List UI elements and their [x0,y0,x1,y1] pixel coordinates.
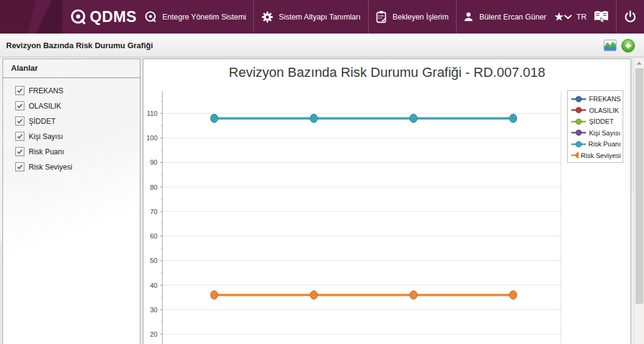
y-tick-label: 30 [150,306,157,314]
back-button[interactable] [621,38,635,53]
legend-label: Kişi Sayısı [589,129,620,137]
sidebar-title: Alanlar [3,59,140,78]
gear-icon [261,11,273,23]
legend-marker-icon [571,106,587,114]
y-tick-label: 60 [150,232,157,240]
sidebar-item-label[interactable]: Kişi Sayısı [29,132,63,141]
help-library-button[interactable] [587,0,616,34]
scrollbar-up-arrow-icon[interactable] [637,62,642,65]
nav-item-bekleyen-islerim[interactable]: Bekleyen İşlerim [368,0,456,34]
checkbox[interactable] [15,101,24,110]
legend-label: ŞİDDET [589,118,613,125]
chevron-down-icon [564,15,572,20]
favorites-button[interactable]: ★ [554,0,564,34]
top-navbar: QDMS Entegre Yönetim Sistemi [0,0,644,34]
page-title: Revizyon Bazında Risk Durumu Grafiği [0,41,153,50]
nav-item-label: Entegre Yönetim Sistemi [162,13,246,21]
sidebar-item: Kişi Sayısı [15,132,140,141]
check-icon [16,118,23,124]
y-tick-label: 40 [150,282,157,289]
sidebar-checkbox-list: FREKANSOLASILIKŞİDDETKişi SayısıRisk Pua… [3,78,140,171]
qdms-app: QDMS Entegre Yönetim Sistemi [0,0,644,344]
y-tick-label: 20 [150,331,157,338]
y-tick-label: 100 [147,134,157,142]
legend-marker-icon [571,140,586,148]
qdms-logo-text: QDMS [90,8,137,26]
legend-label: Risk Puanı [588,140,621,148]
data-point-marker [410,114,417,123]
user-menu[interactable]: Bülent Ercan Güner [456,0,554,34]
check-icon [16,133,23,140]
logout-button[interactable] [617,0,644,34]
chart-title: Revizyon Bazında Risk Durumu Grafiği - R… [143,65,631,81]
legend-item[interactable]: OLASILIK [571,105,621,116]
legend-item[interactable]: Risk Puanı [571,138,621,150]
user-name-label: Bülent Ercan Güner [479,13,546,21]
y-tick-label: 70 [150,208,157,215]
open-book-icon [593,10,610,24]
navbar-right-cluster [587,0,644,34]
check-icon [16,148,23,155]
toolbar-icons [604,34,635,57]
clipboard-icon [375,10,387,23]
y-tick-label: 80 [150,184,157,191]
sidebar-item: ŞİDDET [15,116,140,126]
legend-label: Risk Seviyesi [581,152,621,159]
checkbox[interactable] [15,147,24,156]
legend-marker-icon [571,118,587,126]
checkbox[interactable] [15,86,24,95]
legend-marker-icon [571,95,587,103]
sidebar-item-label[interactable]: OLASILIK [29,102,61,110]
chart-plot: 2030405060708090100110 [143,59,631,344]
chart-view-button[interactable] [604,40,617,51]
qdms-circle-icon [144,10,157,23]
y-tick-label: 50 [150,257,157,264]
user-icon [463,12,474,22]
language-selector[interactable]: TR [564,0,587,34]
data-point-marker [211,114,218,123]
nav-item-entegre-yonetim-sistemi[interactable]: Entegre Yönetim Sistemi [137,0,253,34]
star-icon: ★ [554,10,564,24]
navbar-logo-segment [0,0,36,34]
check-icon [16,102,23,109]
sidebar-item: OLASILIK [15,101,140,110]
data-point-marker [510,291,517,299]
fields-sidebar: Alanlar FREKANSOLASILIKŞİDDETKişi Sayısı… [2,59,140,344]
power-icon [624,10,637,23]
sidebar-item-label[interactable]: Risk Seviyesi [29,163,72,171]
y-tick-label: 90 [150,159,157,166]
chart-legend: FREKANSOLASILIKŞİDDETKişi SayısıRisk Pua… [567,90,623,163]
legend-marker-icon [571,151,579,159]
legend-label: OLASILIK [589,107,619,114]
sidebar-item: Risk Seviyesi [15,162,140,171]
check-icon [16,87,23,94]
legend-label: FREKANS [589,95,621,102]
sidebar-item-label[interactable]: FREKANS [29,87,63,95]
qdms-logo-icon [70,9,87,26]
sidebar-item: Risk Puanı [15,147,140,156]
legend-item[interactable]: ŞİDDET [571,116,621,127]
nav-item-label: Bekleyen İşlerim [393,13,449,21]
sidebar-item-label[interactable]: Risk Puanı [29,148,64,156]
data-point-marker [510,114,517,123]
nav-item-label: Sistem Altyapı Tanımları [279,13,361,21]
scrollbar-thumb[interactable] [635,68,643,304]
legend-item[interactable]: FREKANS [571,93,621,105]
vertical-scrollbar [634,58,644,344]
data-point-marker [310,291,317,299]
checkbox[interactable] [15,116,24,126]
sidebar-item: FREKANS [15,86,140,95]
legend-marker-icon [571,129,587,137]
data-point-marker [211,291,218,299]
legend-item[interactable]: Kişi Sayısı [571,127,621,139]
sidebar-item-label[interactable]: ŞİDDET [29,117,56,126]
legend-item[interactable]: Risk Seviyesi [571,150,621,162]
checkbox[interactable] [15,132,24,141]
navbar-right-segment [36,0,62,34]
back-arrow-icon [621,38,635,53]
checkbox[interactable] [15,162,24,171]
nav-item-sistem-altyapi-tanimlari[interactable]: Sistem Altyapı Tanımları [254,0,368,34]
y-tick-label: 110 [147,110,157,117]
qdms-logo[interactable]: QDMS [62,8,137,26]
data-point-marker [310,114,317,123]
